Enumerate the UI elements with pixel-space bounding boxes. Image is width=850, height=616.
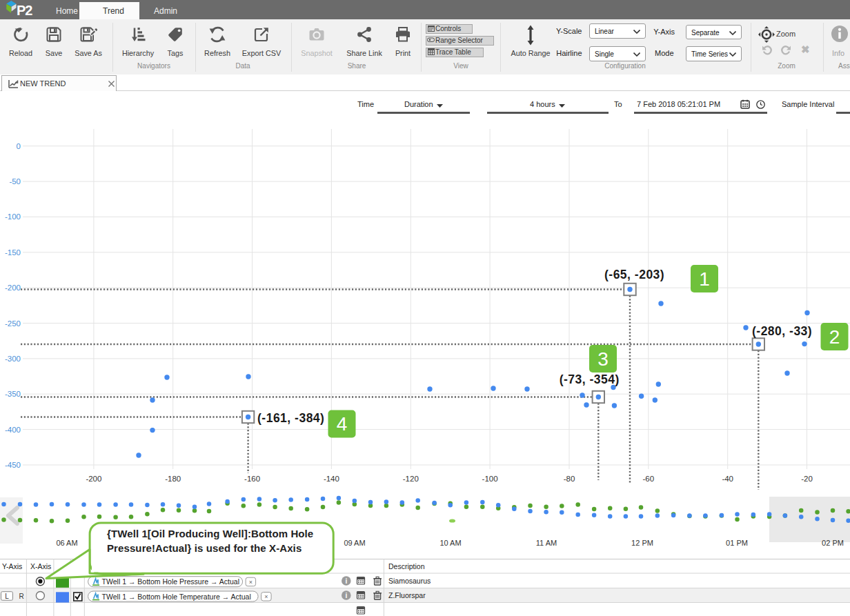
svg-text:-350: -350 <box>5 390 21 398</box>
svg-text:-150: -150 <box>5 248 21 257</box>
svg-text:-140: -140 <box>324 475 339 483</box>
svg-text:(-280, -33): (-280, -33) <box>752 324 812 338</box>
svg-text:-400: -400 <box>5 426 21 434</box>
svg-text:Siamosaurus: Siamosaurus <box>388 577 431 585</box>
svg-text:L: L <box>5 593 9 600</box>
svg-text:-100: -100 <box>482 475 498 483</box>
svg-text:(-73, -354): (-73, -354) <box>560 372 620 386</box>
svg-text:02 PM: 02 PM <box>822 539 844 547</box>
svg-text:{TWell 1[Oil Producing Well]:B: {TWell 1[Oil Producing Well]:Bottom Hole <box>107 528 313 539</box>
svg-text:3: 3 <box>597 348 609 370</box>
svg-text:-250: -250 <box>5 319 21 328</box>
svg-text:-20: -20 <box>801 475 813 483</box>
svg-text:-100: -100 <box>5 212 21 221</box>
svg-text:×: × <box>264 593 268 600</box>
svg-text:P2: P2 <box>17 3 32 18</box>
svg-text:Y-Axis: Y-Axis <box>2 562 22 570</box>
svg-text:1: 1 <box>699 268 710 290</box>
svg-text:4: 4 <box>337 413 348 435</box>
svg-text:-60: -60 <box>642 475 654 483</box>
svg-text:-40: -40 <box>722 475 733 483</box>
svg-text:-450: -450 <box>5 461 21 469</box>
svg-text:2: 2 <box>829 326 840 348</box>
svg-text:-200: -200 <box>5 284 21 292</box>
svg-text:-50: -50 <box>9 177 21 186</box>
svg-text:R: R <box>19 593 24 600</box>
svg-text:(-161, -384): (-161, -384) <box>257 411 324 425</box>
svg-text:-80: -80 <box>564 475 575 483</box>
svg-text:-120: -120 <box>403 475 419 483</box>
svg-text:Pressure!Actual} is used for t: Pressure!Actual} is used for the X-Axis <box>107 542 302 554</box>
svg-text:TWell 1 → Bottom Hole Temperat: TWell 1 → Bottom Hole Temperature → Actu… <box>102 593 251 601</box>
svg-text:11 AM: 11 AM <box>536 539 557 547</box>
svg-text:-180: -180 <box>165 475 181 483</box>
svg-text:Description: Description <box>388 562 425 570</box>
svg-text:-200: -200 <box>86 475 101 483</box>
svg-text:10 AM: 10 AM <box>439 539 461 547</box>
svg-text:0: 0 <box>17 142 21 150</box>
svg-text:Z.Fluorspar: Z.Fluorspar <box>388 591 426 599</box>
svg-text:-160: -160 <box>244 475 260 483</box>
svg-text:12 PM: 12 PM <box>631 539 653 547</box>
svg-text:01 PM: 01 PM <box>726 539 748 547</box>
svg-text:(-65, -203): (-65, -203) <box>604 268 664 281</box>
svg-text:-300: -300 <box>5 355 21 363</box>
